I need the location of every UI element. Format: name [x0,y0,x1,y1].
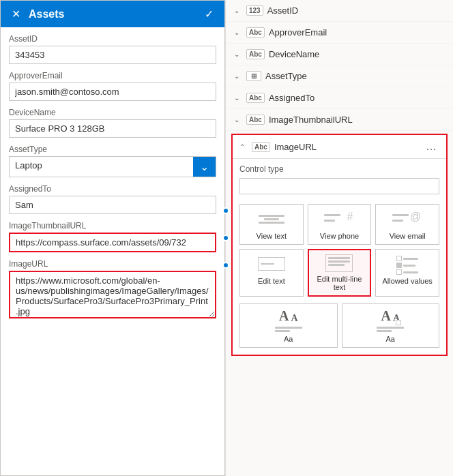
chevron-icon-assettype: ⌄ [234,72,239,80]
view-phone-icon: # [323,209,355,229]
field-list-label-imagethumbnailurl: ImageThumbnailURL [269,115,445,125]
control-view-email[interactable]: @ View email [375,204,439,245]
font-1-label: Aa [284,335,293,343]
field-list-label-assignedto: AssignedTo [269,93,445,103]
field-list-label-assetid: AssetID [267,5,445,16]
input-devicename[interactable] [9,119,216,138]
chevron-icon-assignedto: ⌄ [234,94,239,102]
chevron-icon-imagethumbnailurl: ⌄ [234,116,239,123]
resize-handle-top[interactable] [222,207,229,214]
field-imagethumbnailurl: ImageThumbnailURL [9,221,216,252]
panel-header: ✕ Assets ✓ [1,1,224,27]
view-text-icon [255,209,288,229]
field-list-item-assetid[interactable]: ⌄ 123 AssetID [226,0,453,22]
expanded-header[interactable]: ⌃ Abc ImageURL … [233,135,446,159]
badge-imagethumbnailurl: Abc [246,115,265,125]
close-button[interactable]: ✕ [9,6,23,22]
edit-multiline-label: Edit multi-line text [312,275,368,291]
hash-symbol: # [347,211,353,222]
chevron-icon-assetid: ⌄ [234,7,239,14]
font-controls: A A Aa A A [233,303,446,355]
control-edit-text[interactable]: Edit text [239,249,304,297]
left-panel: ✕ Assets ✓ AssetID ApproverEmail DeviceN… [0,0,225,476]
chevron-icon-imageurl: ⌃ [239,143,245,151]
badge-imageurl: Abc [252,142,270,152]
field-list-item-assignedto[interactable]: ⌄ Abc AssignedTo [226,87,453,109]
control-type-input[interactable] [239,178,439,194]
allowed-values-icon [391,254,424,274]
field-assignedto: AssignedTo [9,184,216,214]
label-assetid: AssetID [9,34,216,44]
control-font-1[interactable]: A A Aa [239,303,338,348]
input-approveremail[interactable] [9,83,216,101]
input-assignedto[interactable] [9,196,216,214]
input-imagethumbnailurl[interactable] [9,233,216,252]
field-list-label-devicename: DeviceName [269,49,445,59]
panel-title: Assets [29,8,64,20]
font-1-icon: A A [279,308,298,324]
controls-grid: View text # View phone @ [233,200,446,303]
input-imageurl[interactable]: https://www.microsoft.com/global/en-us/n… [9,271,216,318]
label-devicename: DeviceName [9,108,216,117]
control-edit-multiline[interactable]: Edit multi-line text [308,249,372,297]
field-list: ⌄ 123 AssetID ⌄ Abc ApproverEmail ⌄ Abc … [226,0,453,359]
panel-header-left: ✕ Assets [9,6,64,22]
field-list-item-approveremail[interactable]: ⌄ Abc ApproverEmail [226,22,453,44]
control-type-label: Control type [239,164,439,174]
dropdown-assettype[interactable]: Laptop ⌄ [9,156,216,177]
at-symbol: @ [410,211,421,222]
badge-assignedto: Abc [246,93,265,103]
field-list-label-approveremail: ApproverEmail [269,27,445,38]
edit-multiline-icon [325,254,353,272]
font-2-icon: A A [381,308,400,324]
dropdown-assettype-chevron[interactable]: ⌄ [193,157,216,177]
field-list-item-devicename[interactable]: ⌄ Abc DeviceName [226,44,453,65]
resize-handle-bottom[interactable] [222,262,229,269]
label-imagethumbnailurl: ImageThumbnailURL [9,221,216,230]
edit-text-icon [255,254,288,274]
expanded-header-label: ImageURL [274,142,419,152]
field-imageurl: ImageURL https://www.microsoft.com/globa… [9,259,216,321]
view-email-label: View email [390,232,426,240]
control-view-text[interactable]: View text [239,204,304,245]
label-assignedto: AssignedTo [9,184,216,194]
label-approveremail: ApproverEmail [9,71,216,80]
label-imageurl: ImageURL [9,259,216,269]
control-view-phone[interactable]: # View phone [308,204,372,245]
resize-handle-middle[interactable] [222,235,229,241]
field-assetid: AssetID [9,34,216,64]
field-list-label-assettype: AssetType [265,71,445,81]
right-panel: ⌄ 123 AssetID ⌄ Abc ApproverEmail ⌄ Abc … [225,0,453,476]
chevron-icon-approveremail: ⌄ [234,29,239,36]
resize-handle-area [222,207,229,269]
badge-devicename: Abc [246,49,265,59]
view-phone-label: View phone [320,232,359,240]
chevron-icon-devicename: ⌄ [234,50,239,58]
badge-assettype: ⊞ [246,71,261,81]
confirm-button[interactable]: ✓ [202,6,216,22]
more-options-button[interactable]: … [423,140,439,153]
badge-assetid: 123 [246,5,263,16]
field-assettype: AssetType Laptop ⌄ [9,145,216,177]
expanded-imageurl-section: ⌃ Abc ImageURL … Control type Vi [231,134,448,356]
view-email-icon: @ [391,209,424,229]
allowed-values-label: Allowed values [382,277,432,285]
control-font-2[interactable]: A A Aa [342,303,440,348]
control-type-section: Control type [233,159,446,200]
edit-text-label: Edit text [258,277,285,285]
field-devicename: DeviceName [9,108,216,138]
field-list-item-assettype[interactable]: ⌄ ⊞ AssetType [226,65,453,87]
label-assettype: AssetType [9,145,216,154]
font-1-lines [275,327,302,332]
font-2-lines [377,327,404,332]
field-approveremail: ApproverEmail [9,71,216,101]
view-text-label: View text [257,232,287,240]
font-2-label: Aa [386,335,395,343]
control-allowed-values[interactable]: Allowed values [375,249,439,297]
field-list-item-imagethumbnailurl[interactable]: ⌄ Abc ImageThumbnailURL [226,109,453,131]
dropdown-assettype-value: Laptop [10,157,193,177]
badge-approveremail: Abc [246,27,265,38]
input-assetid[interactable] [9,46,216,64]
panel-body: AssetID ApproverEmail DeviceName AssetTy… [1,27,224,475]
